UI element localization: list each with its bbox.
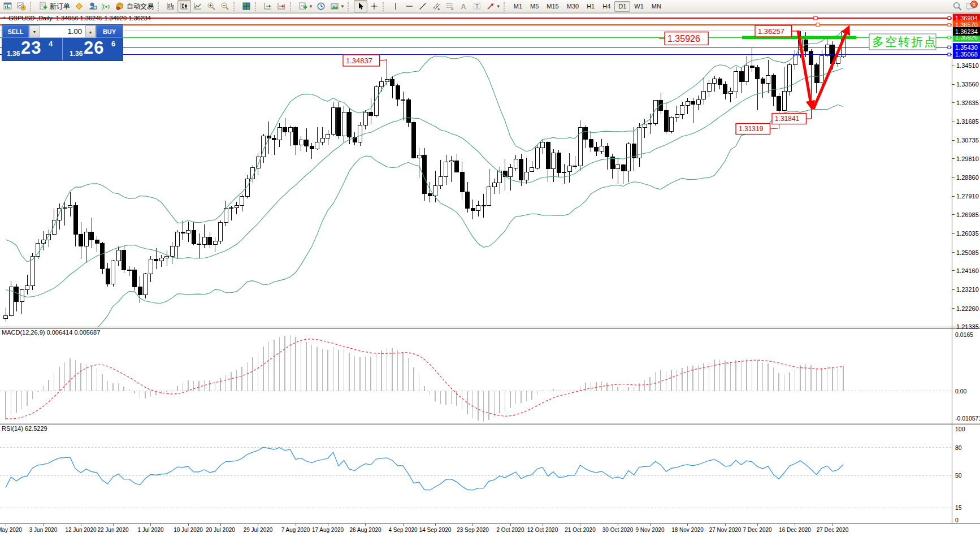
candle-body (621, 165, 625, 171)
date-axis-label[interactable]: 27 Nov 2020 (709, 527, 741, 533)
date-axis-label[interactable]: 7 Dec 2020 (743, 527, 772, 533)
date-axis-label[interactable]: 21 Oct 2020 (565, 527, 596, 533)
crosshair-icon[interactable] (367, 0, 381, 12)
date-axis-label[interactable]: 4 Sep 2020 (388, 527, 418, 533)
date-axis-label[interactable]: 1 Jul 2020 (137, 527, 164, 533)
metaeditor-icon[interactable] (72, 0, 86, 12)
date-axis-label[interactable]: 30 Oct 2020 (602, 527, 634, 533)
buy-button[interactable]: BUY (96, 25, 123, 38)
volume-value[interactable]: 1.00 (40, 25, 85, 37)
candle-body (777, 97, 781, 111)
vertical-line-icon[interactable] (389, 0, 402, 12)
volume-up-button[interactable]: ▲ (85, 25, 96, 37)
chevron-down-icon[interactable]: ▼ (340, 4, 345, 9)
signal-icon[interactable] (99, 0, 113, 12)
date-axis-label[interactable]: 27 Dec 2020 (817, 527, 849, 533)
price-annotation-text[interactable]: 1.36257 (758, 27, 784, 36)
timeframe-button-H1[interactable]: H1 (583, 1, 599, 12)
price-annotation-text[interactable]: 1.31319 (739, 125, 764, 133)
new-order-label[interactable]: 新订单 (50, 2, 70, 11)
cn-label-text[interactable]: 多空转折点 (872, 35, 937, 48)
toolbar-separator (30, 2, 34, 11)
volume-down-button[interactable]: ▼ (29, 25, 40, 37)
new-order-icon[interactable] (36, 0, 50, 12)
date-axis-label[interactable]: 7 Aug 2020 (281, 527, 310, 533)
sell-button[interactable]: SELL (2, 25, 29, 38)
notifications-icon[interactable]: 1 (964, 1, 977, 12)
auto-scroll-icon[interactable] (275, 0, 288, 12)
candle-chart-icon[interactable] (177, 0, 191, 12)
tick-chart-icon[interactable] (15, 0, 28, 12)
candle-body (455, 161, 459, 172)
chevron-down-icon[interactable]: ▼ (309, 4, 313, 9)
date-axis-label[interactable]: 12 Oct 2020 (527, 527, 558, 533)
timeframe-button-M15[interactable]: M15 (543, 1, 562, 12)
candle-body (600, 146, 604, 151)
text-label-icon[interactable]: T (470, 0, 484, 12)
zoom-in-icon[interactable] (205, 0, 218, 12)
text-icon[interactable]: A (457, 0, 470, 12)
template-icon[interactable] (328, 0, 341, 12)
cursor-icon[interactable] (354, 0, 367, 12)
date-axis-label[interactable]: 29 Jul 2020 (244, 527, 273, 533)
shift-end-icon[interactable] (261, 0, 275, 12)
date-axis-label[interactable]: 18 Nov 2020 (671, 527, 704, 533)
date-axis-label[interactable]: 3 Jun 2020 (29, 527, 58, 533)
candle-body (133, 270, 137, 287)
timeframe-button-H4[interactable]: H4 (599, 1, 614, 12)
timeframe-button-MN[interactable]: MN (648, 1, 665, 12)
candle-body (449, 161, 453, 162)
search-icon[interactable] (951, 0, 964, 12)
date-axis-label[interactable]: 25 May 2020 (0, 527, 22, 533)
chart-window-icon[interactable] (1, 0, 15, 12)
one-click-collapse-icon[interactable]: ▲ (2, 15, 6, 19)
sell-price[interactable]: 1.36 23 4 (2, 38, 63, 60)
price-axis-tick: 1.29810 (956, 155, 979, 162)
macd-label: MACD(12,26,9) 0.006414 0.005687 (2, 329, 100, 336)
chart-canvas[interactable]: 1.359261.362571.348371.313191.31841多空转折点… (0, 0, 980, 537)
arrows-icon[interactable] (484, 0, 497, 12)
zoom-out-icon[interactable] (218, 0, 232, 12)
line-chart-icon[interactable] (191, 0, 205, 12)
date-axis-label[interactable]: 12 Jun 2020 (65, 527, 96, 533)
date-axis-label[interactable]: 26 Aug 2020 (349, 527, 381, 533)
date-axis-label[interactable]: 16 Dec 2020 (779, 527, 811, 533)
date-axis-label[interactable]: 9 Nov 2020 (635, 527, 665, 533)
buy-price[interactable]: 1.36 26 6 (63, 38, 123, 60)
date-axis-label[interactable]: 14 Sep 2020 (419, 527, 452, 533)
bar-chart-icon[interactable] (164, 0, 177, 12)
price-axis-tick: 1.33560 (956, 81, 979, 88)
timeframe-button-M5[interactable]: M5 (526, 1, 543, 12)
autotrade-label[interactable]: 自动交易 (127, 2, 154, 11)
svg-text:1.35068: 1.35068 (955, 51, 978, 58)
date-axis-label[interactable]: 17 Aug 2020 (312, 527, 344, 533)
expert-icon[interactable] (86, 0, 99, 12)
price-axis-tick: 1.34510 (956, 62, 979, 69)
horizontal-line-icon[interactable] (402, 0, 416, 12)
candle-body (138, 287, 142, 295)
date-axis-label[interactable]: 2 Oct 2020 (497, 527, 524, 533)
candle-body (256, 157, 260, 168)
clock-icon[interactable] (314, 0, 328, 12)
chevron-down-icon[interactable]: ▼ (496, 4, 501, 9)
trendline-icon[interactable] (416, 0, 430, 12)
date-axis-label[interactable]: 10 Jul 2020 (174, 527, 203, 533)
timeframe-button-W1[interactable]: W1 (630, 1, 648, 12)
date-axis-label[interactable]: 20 Jul 2020 (206, 527, 235, 533)
buy-price-pip: 6 (111, 40, 115, 48)
channel-icon[interactable]: E (430, 0, 443, 12)
price-annotation-text[interactable]: 1.35926 (667, 34, 700, 44)
timeframe-button-M30[interactable]: M30 (563, 1, 583, 12)
date-axis-label[interactable]: 22 Jun 2020 (97, 527, 128, 533)
fibonacci-icon[interactable]: F (443, 0, 457, 12)
timeframe-button-D1[interactable]: D1 (614, 1, 630, 12)
timeframe-button-M1[interactable]: M1 (510, 1, 526, 12)
autotrade-icon[interactable] (113, 0, 127, 12)
new-chart-icon[interactable] (296, 0, 310, 12)
candle-body (31, 256, 34, 286)
price-annotation-text[interactable]: 1.34837 (346, 57, 372, 65)
price-annotation-text[interactable]: 1.31841 (775, 115, 800, 123)
date-axis-label[interactable]: 23 Sep 2020 (457, 527, 489, 533)
tile-windows-icon[interactable] (240, 0, 253, 12)
candle-body (530, 168, 534, 172)
